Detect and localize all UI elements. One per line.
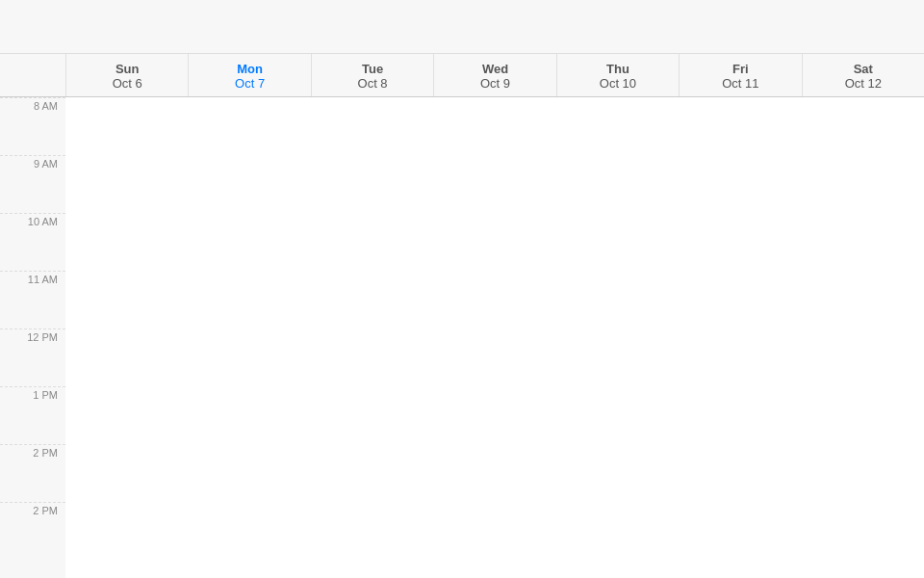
time-label-1-pm: 1 PM xyxy=(0,386,65,444)
time-label-8-am: 8 AM xyxy=(0,97,65,155)
time-label-extra: 2 PM xyxy=(0,502,65,560)
day-date: Oct 9 xyxy=(438,76,552,91)
time-label-12-pm: 12 PM xyxy=(0,328,65,386)
day-name: Tue xyxy=(316,62,429,76)
day-header-oct-10: ThuOct 10 xyxy=(556,54,679,96)
day-header-oct-8: TueOct 8 xyxy=(311,54,433,96)
time-label-9-am: 9 AM xyxy=(0,155,65,213)
day-date: Oct 6 xyxy=(70,76,184,91)
time-label-10-am: 10 AM xyxy=(0,213,65,271)
day-header-oct-12: SatOct 12 xyxy=(802,54,924,96)
day-date: Oct 12 xyxy=(807,76,920,91)
day-header-oct-7: MonOct 7 xyxy=(188,54,310,96)
day-name: Thu xyxy=(561,62,675,76)
calendar-body: SunOct 6MonOct 7TueOct 8WedOct 9ThuOct 1… xyxy=(0,54,924,578)
day-name: Sun xyxy=(70,62,184,76)
day-date: Oct 7 xyxy=(192,76,306,91)
day-date: Oct 8 xyxy=(316,76,429,91)
calendar-header xyxy=(0,0,924,54)
day-name: Mon xyxy=(192,62,306,76)
day-headers: SunOct 6MonOct 7TueOct 8WedOct 9ThuOct 1… xyxy=(0,54,924,97)
day-name: Fri xyxy=(683,62,797,76)
day-name: Sat xyxy=(807,62,920,76)
day-header-oct-11: FriOct 11 xyxy=(679,54,801,96)
day-name: Wed xyxy=(438,62,552,76)
time-column: 8 AM9 AM10 AM11 AM12 PM1 PM2 PM2 PM xyxy=(0,97,65,578)
time-label-11-am: 11 AM xyxy=(0,271,65,328)
time-label-corner xyxy=(0,54,65,96)
day-date: Oct 11 xyxy=(683,76,797,91)
day-date: Oct 10 xyxy=(561,76,675,91)
day-header-oct-9: WedOct 9 xyxy=(433,54,555,96)
day-header-oct-6: SunOct 6 xyxy=(65,54,188,96)
time-label-2-pm: 2 PM xyxy=(0,444,65,502)
calendar-grid: 8 AM9 AM10 AM11 AM12 PM1 PM2 PM2 PM xyxy=(0,97,924,578)
